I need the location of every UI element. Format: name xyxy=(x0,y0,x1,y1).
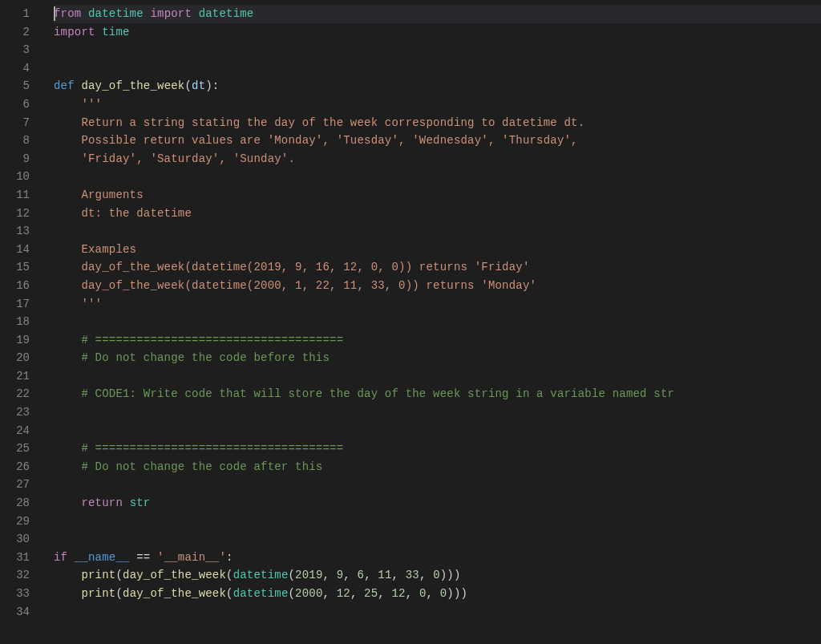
code-editor[interactable]: 1 2 3 4 5 6 7 8 9 10 11 12 13 14 15 16 1… xyxy=(0,0,821,644)
docstring: Arguments xyxy=(54,188,144,201)
code-line[interactable]: 'Friday', 'Saturday', 'Sunday'. xyxy=(54,150,821,168)
docstring: dt: the datetime xyxy=(54,207,192,220)
code-line[interactable] xyxy=(54,313,821,331)
code-line[interactable]: dt: the datetime xyxy=(54,205,821,223)
parameter: dt xyxy=(192,79,205,92)
code-line[interactable]: # ==================================== xyxy=(54,439,821,458)
line-number: 11 xyxy=(0,186,30,205)
docstring: ''' xyxy=(81,98,102,111)
line-number: 2 xyxy=(0,23,30,42)
code-line[interactable] xyxy=(54,367,821,386)
line-number-gutter: 1 2 3 4 5 6 7 8 9 10 11 12 13 14 15 16 1… xyxy=(0,0,44,644)
docstring: Return a string stating the day of the w… xyxy=(54,116,584,129)
dunder: __name__ xyxy=(75,551,130,564)
module-name: time xyxy=(102,26,129,38)
number: 2019 xyxy=(295,569,322,581)
line-number: 25 xyxy=(0,439,30,458)
line-number: 29 xyxy=(0,512,30,531)
line-number: 3 xyxy=(0,41,30,59)
number: 2000 xyxy=(295,587,322,600)
line-number: 8 xyxy=(0,132,30,150)
line-number: 14 xyxy=(0,241,30,259)
code-line[interactable] xyxy=(54,476,821,494)
line-number: 17 xyxy=(0,295,30,314)
code-line[interactable] xyxy=(54,512,821,531)
code-line[interactable] xyxy=(54,41,821,59)
docstring: ''' xyxy=(81,298,102,310)
line-number: 12 xyxy=(0,205,30,223)
line-number: 4 xyxy=(0,59,30,78)
line-number: 31 xyxy=(0,549,30,567)
code-line[interactable]: ''' xyxy=(54,295,821,314)
number: 6 xyxy=(358,569,365,581)
builtin: str xyxy=(130,496,151,509)
line-number: 18 xyxy=(0,313,30,331)
class-name: datetime xyxy=(233,587,289,600)
code-line[interactable] xyxy=(54,222,821,241)
code-line[interactable]: # ==================================== xyxy=(54,331,821,350)
code-line[interactable]: if __name__ == '__main__': xyxy=(54,549,821,567)
comment: # ==================================== xyxy=(81,334,343,346)
keyword: if xyxy=(54,551,67,564)
code-line[interactable]: # CODE1: Write code that will store the … xyxy=(54,385,821,403)
line-number: 16 xyxy=(0,277,30,295)
line-number: 13 xyxy=(0,222,30,241)
code-line[interactable]: import time xyxy=(54,23,821,42)
number: 12 xyxy=(337,587,350,600)
code-content[interactable]: from datetime import datetime import tim… xyxy=(44,0,821,644)
code-line[interactable]: Arguments xyxy=(54,186,821,205)
module-name: datetime xyxy=(199,7,254,20)
class-name: datetime xyxy=(233,569,289,581)
function-call: day_of_the_week xyxy=(123,569,226,581)
line-number: 7 xyxy=(0,114,30,132)
builtin-func: print xyxy=(81,569,115,581)
code-line[interactable]: def day_of_the_week(dt): xyxy=(54,77,821,95)
code-line[interactable] xyxy=(54,603,821,622)
docstring: Examples xyxy=(54,243,136,256)
code-line[interactable]: print(day_of_the_week(datetime(2000, 12,… xyxy=(54,585,821,603)
line-number: 28 xyxy=(0,494,30,512)
module-name: datetime xyxy=(88,7,144,20)
function-name: day_of_the_week xyxy=(81,79,184,92)
code-line[interactable]: Examples xyxy=(54,241,821,259)
line-number: 24 xyxy=(0,422,30,440)
line-number: 23 xyxy=(0,403,30,422)
line-number: 6 xyxy=(0,95,30,114)
code-line[interactable]: return str xyxy=(54,494,821,512)
code-line[interactable] xyxy=(54,422,821,440)
code-line[interactable]: # Do not change the code after this xyxy=(54,458,821,476)
comment: # ==================================== xyxy=(81,442,343,455)
code-line[interactable]: # Do not change the code before this xyxy=(54,349,821,367)
line-number: 19 xyxy=(0,331,30,350)
line-number: 15 xyxy=(0,258,30,277)
code-line[interactable]: print(day_of_the_week(datetime(2019, 9, … xyxy=(54,566,821,585)
line-number: 1 xyxy=(0,5,30,23)
code-line[interactable] xyxy=(54,530,821,549)
number: 0 xyxy=(433,569,440,581)
line-number: 33 xyxy=(0,585,30,603)
line-number: 32 xyxy=(0,566,30,585)
number: 25 xyxy=(364,587,378,600)
code-line[interactable] xyxy=(54,168,821,186)
line-number: 20 xyxy=(0,349,30,367)
code-line[interactable]: Possible return values are 'Monday', 'Tu… xyxy=(54,132,821,150)
docstring: Possible return values are 'Monday', 'Tu… xyxy=(54,134,578,147)
builtin-func: print xyxy=(81,587,115,600)
docstring: day_of_the_week(datetime(2000, 1, 22, 11… xyxy=(54,279,536,292)
code-line[interactable]: from datetime import datetime xyxy=(54,5,821,23)
line-number: 22 xyxy=(0,385,30,403)
code-line[interactable] xyxy=(54,59,821,78)
line-number: 9 xyxy=(0,150,30,168)
code-line[interactable] xyxy=(54,403,821,422)
docstring: 'Friday', 'Saturday', 'Sunday'. xyxy=(54,152,295,165)
comment: # Do not change the code after this xyxy=(81,460,322,473)
line-number: 10 xyxy=(0,168,30,186)
line-number: 34 xyxy=(0,603,30,622)
code-line[interactable]: ''' xyxy=(54,95,821,114)
code-line[interactable]: day_of_the_week(datetime(2000, 1, 22, 11… xyxy=(54,277,821,295)
code-line[interactable]: day_of_the_week(datetime(2019, 9, 16, 12… xyxy=(54,258,821,277)
comment: # CODE1: Write code that will store the … xyxy=(81,387,674,400)
comment: # Do not change the code before this xyxy=(81,351,330,364)
code-line[interactable]: Return a string stating the day of the w… xyxy=(54,114,821,132)
string: '__main__' xyxy=(157,551,226,564)
